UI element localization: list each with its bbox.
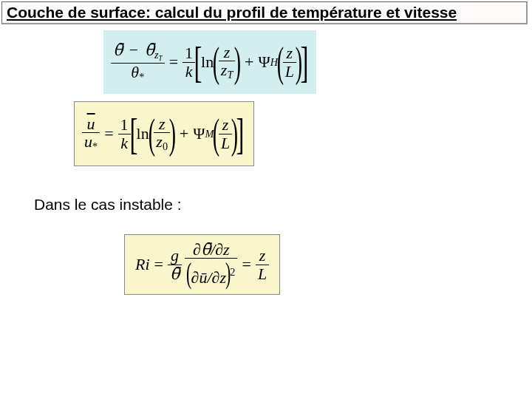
title-text: Couche de surface: calcul du profil de t…	[7, 4, 457, 21]
subtitle-unstable-case: Dans le cas instable :	[34, 196, 182, 214]
equation-velocity-profile: u u* = 1 k [ ln ( z z0 ) + ΨM ( z L ) ]	[74, 101, 254, 166]
equation-richardson-number: Ri = g θ̄ ∂θ̄/∂z (∂ū/∂z)2 = z L	[124, 234, 280, 295]
equation-temperature-profile: θ̄ − θ̄zT θ* = 1 k [ ln ( z zT ) + ΨH ( …	[103, 30, 316, 94]
page-title: Couche de surface: calcul du profil de t…	[1, 1, 528, 24]
